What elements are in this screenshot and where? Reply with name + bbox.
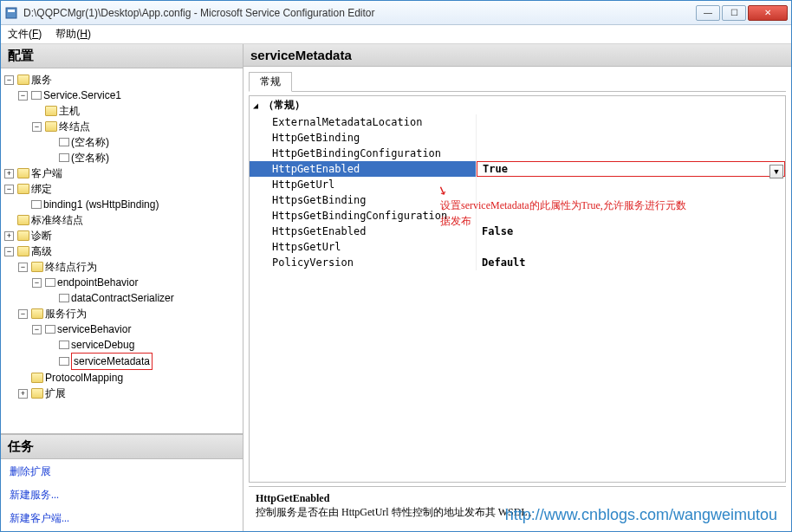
tree-host[interactable]: 主机 <box>59 103 80 119</box>
prop-value[interactable]: Default <box>477 255 785 270</box>
tree-diagnostics[interactable]: 诊断 <box>31 228 52 243</box>
tree-endpoint-behaviors[interactable]: 终结点行为 <box>45 259 97 275</box>
tree-empty-name[interactable]: (空名称) <box>71 134 109 150</box>
tree-service1[interactable]: Service.Service1 <box>43 88 121 103</box>
prop-name[interactable]: PolicyVersion <box>250 255 477 270</box>
prop-name[interactable]: HttpGetBindingConfiguration <box>250 146 477 161</box>
prop-value[interactable]: False <box>477 224 785 239</box>
folder-icon <box>45 106 57 116</box>
folder-icon <box>31 388 43 399</box>
description-box: HttpGetEnabled 控制服务是否在由 HttpGetUrl 特性控制的… <box>249 486 786 526</box>
watermark-link: http://www.cnblogs.com/wangweimutou <box>505 506 777 524</box>
annotation-text: 设置serviceMetadata的此属性为True,允许服务进行元数 <box>440 198 686 213</box>
tabset: 常规 <box>249 72 786 92</box>
folder-icon <box>17 184 29 194</box>
binding-icon <box>31 200 42 209</box>
task-new-service[interactable]: 新建服务... <box>10 488 234 503</box>
tree-endpoint-behavior[interactable]: endpointBehavior <box>57 275 138 290</box>
menu-help[interactable]: 帮助(H) <box>55 27 91 42</box>
folder-icon <box>17 230 29 241</box>
tree-client[interactable]: 客户端 <box>31 165 62 181</box>
tree-service-metadata[interactable]: serviceMetadata <box>71 353 153 370</box>
behavior-icon <box>45 278 55 287</box>
expander-icon[interactable]: − <box>18 91 28 101</box>
tree-extensions[interactable]: 扩展 <box>45 386 66 401</box>
task-delete-extension[interactable]: 删除扩展 <box>10 464 234 479</box>
tree-empty-name[interactable]: (空名称) <box>71 150 109 165</box>
menu-file[interactable]: 文件(F) <box>8 27 42 42</box>
endpoint-icon <box>59 138 69 146</box>
tree-service-debug[interactable]: serviceDebug <box>71 337 134 353</box>
tree-endpoints[interactable]: 终结点 <box>59 119 90 134</box>
window-buttons: — ☐ ✕ <box>696 5 788 21</box>
expander-icon[interactable]: − <box>32 325 42 334</box>
minimize-button[interactable]: — <box>696 5 720 21</box>
ext-icon <box>59 294 69 302</box>
tree-bindings[interactable]: 绑定 <box>31 181 52 197</box>
right-panel: serviceMetadata 常规 ◢（常规） ExternalMetadat… <box>243 44 791 531</box>
expander-icon[interactable]: − <box>18 263 28 272</box>
folder-icon <box>31 262 43 272</box>
folder-icon <box>45 121 57 132</box>
detail-header: serviceMetadata <box>243 44 791 67</box>
prop-value[interactable] <box>477 146 785 161</box>
expander-icon[interactable]: − <box>32 278 42 288</box>
tree-std-endpoints[interactable]: 标准终结点 <box>31 212 83 228</box>
app-window: D:\QQPCMgr(1)\Desktop\App.config - Micro… <box>0 0 792 532</box>
tree-service-behavior[interactable]: serviceBehavior <box>57 321 131 337</box>
tree-protocol-mapping[interactable]: ProtocolMapping <box>45 370 123 386</box>
prop-value[interactable] <box>477 239 785 255</box>
prop-value[interactable] <box>477 114 785 130</box>
dropdown-button[interactable]: ▼ <box>769 165 783 178</box>
prop-name[interactable]: ExternalMetadataLocation <box>250 114 477 130</box>
tab-general[interactable]: 常规 <box>249 72 292 92</box>
body: 配置 − 服务 − Service.Service1 主机 <box>1 44 791 531</box>
expander-icon[interactable]: + <box>18 389 28 399</box>
left-panel: 配置 − 服务 − Service.Service1 主机 <box>1 44 243 531</box>
expander-icon[interactable]: − <box>18 309 28 319</box>
maximize-button[interactable]: ☐ <box>722 5 746 21</box>
tree-advanced[interactable]: 高级 <box>31 243 52 259</box>
behavior-icon <box>45 325 55 334</box>
prop-value[interactable] <box>477 177 785 192</box>
tree-dcs[interactable]: dataContractSerializer <box>71 290 174 306</box>
close-button[interactable]: ✕ <box>748 5 788 21</box>
menubar: 文件(F) 帮助(H) <box>1 25 791 44</box>
titlebar[interactable]: D:\QQPCMgr(1)\Desktop\App.config - Micro… <box>1 1 791 25</box>
svg-rect-1 <box>8 10 15 12</box>
prop-name[interactable]: HttpsGetUrl <box>250 239 477 255</box>
expander-icon[interactable]: − <box>32 122 42 132</box>
folder-icon <box>17 246 29 256</box>
config-tree[interactable]: − 服务 − Service.Service1 主机 − 终结点 <box>1 68 243 434</box>
folder-icon <box>31 308 43 319</box>
ext-icon <box>59 357 69 366</box>
expander-icon[interactable]: + <box>4 231 14 241</box>
property-grid[interactable]: ◢（常规） ExternalMetadataLocation HttpGetBi… <box>249 95 786 483</box>
prop-value[interactable] <box>477 130 785 146</box>
prop-name[interactable]: HttpGetBinding <box>250 130 477 146</box>
window-title: D:\QQPCMgr(1)\Desktop\App.config - Micro… <box>23 7 696 19</box>
task-new-client[interactable]: 新建客户端... <box>10 511 234 526</box>
annotation-text: 据发布 <box>440 214 471 229</box>
expander-icon[interactable]: − <box>4 185 14 194</box>
tree-binding1[interactable]: binding1 (wsHttpBinding) <box>43 197 159 212</box>
endpoint-icon <box>59 153 69 162</box>
service-icon <box>31 91 42 100</box>
prop-category[interactable]: ◢（常规） <box>250 96 785 114</box>
folder-icon <box>31 373 43 383</box>
collapse-icon[interactable]: ◢ <box>253 101 258 110</box>
app-icon <box>4 6 18 20</box>
folder-icon <box>17 215 29 225</box>
tasks-header: 任务 <box>1 435 243 459</box>
expander-icon[interactable]: − <box>4 247 14 256</box>
tree-service-behaviors[interactable]: 服务行为 <box>45 306 87 321</box>
description-name: HttpGetEnabled <box>256 492 779 505</box>
prop-value-selected[interactable]: True <box>477 161 785 177</box>
expander-icon[interactable]: + <box>4 169 14 178</box>
folder-icon <box>17 75 29 85</box>
expander-icon[interactable]: − <box>4 75 14 85</box>
tree-services[interactable]: 服务 <box>31 72 52 88</box>
tasks-panel: 任务 删除扩展 新建服务... 新建客户端... <box>1 434 243 531</box>
prop-name-selected[interactable]: HttpGetEnabled <box>250 161 477 177</box>
ext-icon <box>59 341 69 349</box>
